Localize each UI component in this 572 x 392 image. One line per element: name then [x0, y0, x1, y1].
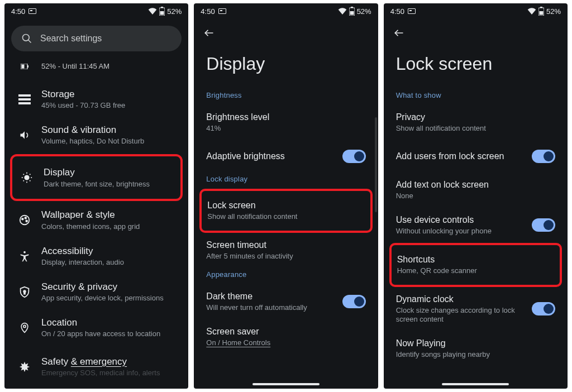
card-icon	[28, 8, 36, 14]
search-settings[interactable]: Search settings	[11, 26, 182, 51]
search-icon	[21, 33, 32, 44]
item-lock-screen[interactable]: Lock screenShow all notification content	[207, 193, 364, 228]
wifi-icon	[148, 8, 157, 15]
item-adaptive-brightness[interactable]: Adaptive brightness	[194, 140, 378, 173]
phone-lock-screen-settings: 4:50 52% Lock screen What to show Privac…	[384, 3, 568, 389]
item-now-playing[interactable]: Now PlayingIdentify songs playing nearby	[384, 331, 568, 360]
status-bar: 4:50 52%	[384, 3, 568, 18]
item-dynamic-clock[interactable]: Dynamic clockClock size changes accordin…	[384, 287, 568, 332]
settings-sound[interactable]: Sound & vibrationVolume, haptics, Do Not…	[4, 117, 188, 153]
shield-icon	[18, 285, 31, 299]
accessibility-icon	[18, 250, 31, 263]
svg-point-3	[23, 35, 30, 41]
back-arrow-icon	[203, 28, 215, 38]
item-device-controls[interactable]: Use device controlsWithout unlocking you…	[384, 208, 568, 243]
back-button[interactable]	[194, 18, 378, 44]
toggle-dark-theme[interactable]	[342, 295, 366, 308]
toggle-add-users[interactable]	[532, 150, 555, 163]
phone-settings-main: 4:50 52% Search settings 52% - Until 11:…	[4, 3, 188, 389]
battery-icon	[349, 7, 355, 16]
sound-icon	[18, 128, 31, 142]
settings-safety[interactable]: Safety & emergencyEmergency SOS, medical…	[4, 346, 188, 381]
svg-point-11	[25, 176, 28, 180]
gesture-nav-bar[interactable]	[252, 383, 320, 385]
svg-rect-2	[160, 11, 164, 15]
svg-line-18	[23, 180, 24, 181]
clock: 4:50	[201, 7, 214, 16]
svg-rect-26	[24, 292, 25, 294]
section-brightness: Brightness	[194, 89, 378, 105]
battery-small-icon	[18, 60, 31, 73]
svg-rect-34	[539, 11, 543, 15]
item-add-text[interactable]: Add text on lock screenNone	[384, 173, 568, 208]
svg-rect-7	[22, 65, 25, 69]
svg-rect-10	[18, 102, 31, 104]
svg-line-16	[23, 174, 24, 175]
item-screen-saver[interactable]: Screen saverOn / Home Controls	[194, 319, 378, 348]
wifi-icon	[527, 8, 536, 15]
svg-rect-30	[350, 11, 354, 15]
section-lock-display: Lock display	[194, 173, 378, 189]
clock: 4:50	[390, 7, 404, 16]
svg-line-17	[30, 180, 30, 181]
wifi-icon	[338, 8, 347, 15]
card-icon	[218, 8, 226, 14]
svg-point-27	[23, 325, 26, 327]
scroll-indicator[interactable]	[375, 117, 377, 212]
settings-location[interactable]: LocationOn / 20 apps have access to loca…	[4, 310, 188, 346]
phone-display-settings: 4:50 52% Display Brightness Brightness l…	[194, 3, 378, 389]
item-privacy[interactable]: PrivacyShow all notification content	[384, 105, 568, 140]
svg-line-4	[28, 40, 31, 43]
search-placeholder: Search settings	[40, 34, 102, 44]
svg-rect-8	[18, 94, 31, 97]
svg-point-21	[22, 218, 23, 220]
gesture-nav-bar[interactable]	[442, 383, 509, 385]
svg-rect-9	[18, 98, 31, 101]
svg-point-24	[23, 251, 26, 253]
battery-icon	[159, 7, 165, 16]
settings-display[interactable]: DisplayDark theme, font size, brightness	[20, 160, 175, 195]
svg-point-20	[20, 216, 30, 225]
toggle-device-controls[interactable]	[532, 218, 555, 232]
highlight-shortcuts: ShortcutsHome, QR code scanner	[389, 243, 562, 287]
item-shortcuts[interactable]: ShortcutsHome, QR code scanner	[397, 247, 554, 283]
battery-pct: 52%	[167, 7, 182, 16]
clock: 4:50	[11, 7, 25, 16]
toggle-dynamic-clock[interactable]	[532, 302, 555, 315]
emergency-underline: & emergency	[71, 356, 127, 367]
item-dark-theme[interactable]: Dark themeWill never turn off automatica…	[194, 284, 378, 319]
svg-point-23	[26, 221, 27, 222]
item-screen-timeout[interactable]: Screen timeoutAfter 5 minutes of inactiv…	[194, 233, 378, 268]
location-icon	[18, 321, 31, 334]
status-bar: 4:50 52%	[4, 3, 188, 18]
display-icon	[20, 171, 34, 184]
settings-storage[interactable]: Storage45% used - 70.73 GB free	[4, 82, 188, 117]
emergency-icon	[18, 360, 31, 374]
page-title: Lock screen	[384, 44, 568, 89]
item-add-users[interactable]: Add users from lock screen	[384, 140, 568, 173]
card-icon	[408, 8, 416, 14]
section-appearance: Appearance	[194, 268, 378, 284]
battery-row[interactable]: 52% - Until 11:45 AM	[4, 56, 188, 82]
highlight-lock-screen: Lock screenShow all notification content	[199, 189, 372, 233]
status-bar: 4:50 52%	[194, 3, 378, 18]
back-arrow-icon	[393, 28, 405, 38]
settings-wallpaper[interactable]: Wallpaper & styleColors, themed icons, a…	[4, 202, 188, 238]
toggle-adaptive[interactable]	[342, 150, 366, 163]
battery-icon	[538, 7, 544, 16]
highlight-display: DisplayDark theme, font size, brightness	[10, 154, 183, 201]
section-what-to-show: What to show	[384, 89, 568, 105]
svg-rect-6	[27, 65, 28, 68]
svg-point-22	[25, 217, 26, 219]
battery-sub: 52% - Until 11:45 AM	[41, 62, 109, 71]
palette-icon	[18, 213, 31, 227]
battery-pct: 52%	[546, 7, 561, 16]
settings-accessibility[interactable]: AccessibilityDisplay, interaction, audio	[4, 238, 188, 274]
svg-line-19	[30, 174, 30, 175]
item-brightness-level[interactable]: Brightness level41%	[194, 105, 378, 140]
back-button[interactable]	[384, 18, 568, 44]
settings-security[interactable]: Security & privacyApp security, device l…	[4, 274, 188, 310]
battery-pct: 52%	[357, 7, 371, 16]
page-title: Display	[194, 44, 378, 89]
storage-icon	[18, 93, 31, 106]
